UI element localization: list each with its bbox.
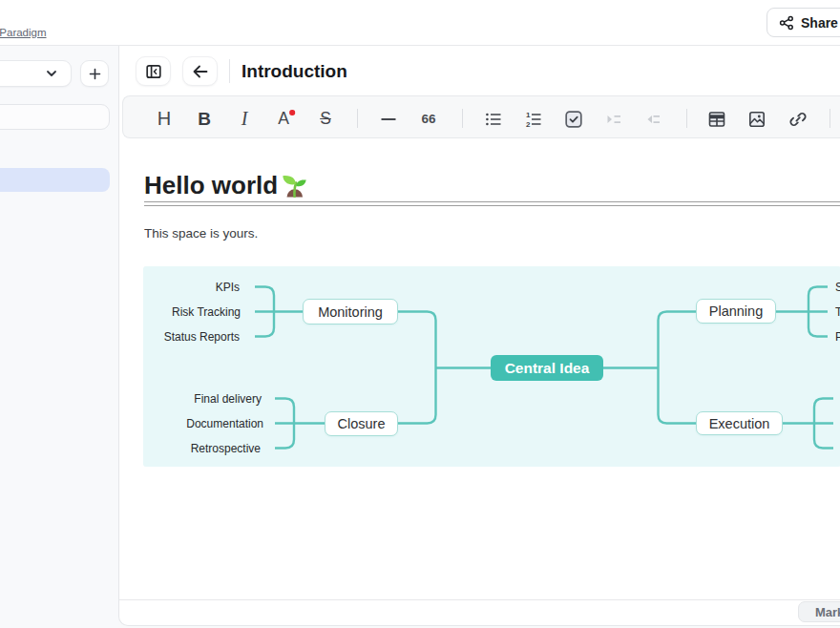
- svg-text:1: 1: [526, 111, 531, 119]
- svg-text:2: 2: [526, 120, 531, 129]
